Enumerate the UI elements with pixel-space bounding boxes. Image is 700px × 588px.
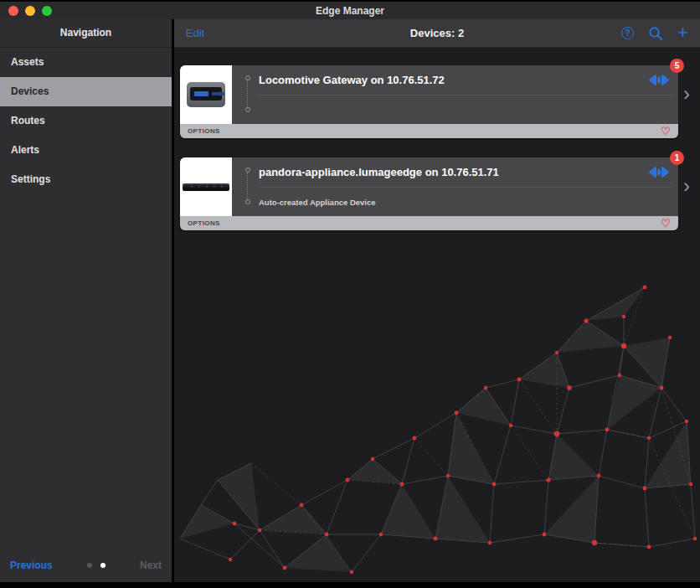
content-area: Edit Devices: 2 ? + 5 xyxy=(174,19,700,582)
signal-icon xyxy=(648,165,670,179)
mini-pc-device-image xyxy=(187,82,225,107)
device-card[interactable]: 5 Locomotive Gateway on 10.76.51.72 xyxy=(180,65,678,138)
app-window: Edge Manager Navigation Assets Devices R… xyxy=(0,0,700,588)
search-icon[interactable] xyxy=(648,26,663,41)
minimize-button[interactable] xyxy=(25,6,35,16)
sidebar-item-settings[interactable]: Settings xyxy=(0,165,172,194)
help-icon[interactable]: ? xyxy=(621,27,634,39)
favorite-heart-icon[interactable]: ♡ xyxy=(661,126,671,137)
notification-badge: 1 xyxy=(670,151,684,165)
chevron-right-icon[interactable]: › xyxy=(683,84,690,104)
options-label: OPTIONS xyxy=(188,127,220,135)
sidebar-footer: Previous Next xyxy=(0,560,172,582)
page-dot-2[interactable] xyxy=(100,563,106,568)
zoom-button[interactable] xyxy=(42,6,52,16)
sidebar: Navigation Assets Devices Routes Alerts … xyxy=(0,19,172,582)
sidebar-item-assets[interactable]: Assets xyxy=(0,48,172,77)
signal-icon xyxy=(648,73,670,87)
device-thumbnail xyxy=(180,65,232,124)
options-bar[interactable]: OPTIONS ♡ xyxy=(180,216,678,230)
device-row: 5 Locomotive Gateway on 10.76.51.72 xyxy=(180,65,699,138)
device-card[interactable]: 1 pandora-appliance.lumageedge on 10. xyxy=(180,157,678,230)
device-title: pandora-appliance.lumageedge on 10.76.51… xyxy=(259,166,499,178)
options-label: OPTIONS xyxy=(188,219,220,227)
device-title: Locomotive Gateway on 10.76.51.72 xyxy=(259,74,445,86)
device-subtitle: Auto-created Appliance Device xyxy=(259,198,376,207)
close-button[interactable] xyxy=(8,6,18,16)
page-dots xyxy=(53,563,140,568)
appliance-device-image xyxy=(183,183,229,191)
sidebar-item-routes[interactable]: Routes xyxy=(0,106,172,136)
page-dot-1[interactable] xyxy=(87,563,92,568)
window-title: Edge Manager xyxy=(0,5,700,17)
sidebar-header: Navigation xyxy=(0,19,172,48)
add-button[interactable]: + xyxy=(677,23,688,42)
route-connector-icon xyxy=(244,168,250,204)
sidebar-item-alerts[interactable]: Alerts xyxy=(0,136,172,165)
notification-badge: 5 xyxy=(670,59,684,73)
options-bar[interactable]: OPTIONS ♡ xyxy=(180,124,678,138)
titlebar: Edge Manager xyxy=(0,2,700,19)
next-button[interactable]: Next xyxy=(140,560,162,571)
chevron-right-icon[interactable]: › xyxy=(683,176,690,196)
edit-button[interactable]: Edit xyxy=(186,27,204,39)
traffic-lights xyxy=(0,6,52,16)
favorite-heart-icon[interactable]: ♡ xyxy=(661,218,671,229)
device-list: 5 Locomotive Gateway on 10.76.51.72 xyxy=(174,48,700,250)
network-background xyxy=(174,222,700,582)
device-row: 1 pandora-appliance.lumageedge on 10. xyxy=(180,157,699,230)
sidebar-item-devices[interactable]: Devices xyxy=(0,77,172,106)
device-thumbnail xyxy=(180,157,232,216)
content-header: Edit Devices: 2 ? + xyxy=(174,19,700,48)
previous-button[interactable]: Previous xyxy=(10,560,53,571)
route-connector-icon xyxy=(244,75,250,112)
sidebar-nav: Assets Devices Routes Alerts Settings xyxy=(0,48,172,194)
